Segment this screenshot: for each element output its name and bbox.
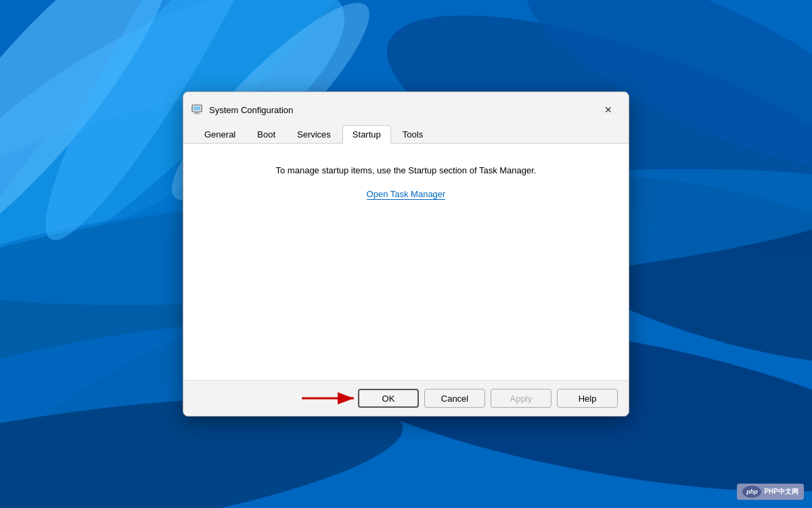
- tab-general[interactable]: General: [194, 125, 246, 144]
- dialog-overlay: System Configuration ✕ General Boot Serv…: [0, 0, 812, 508]
- close-button[interactable]: ✕: [599, 100, 618, 119]
- ok-button[interactable]: OK: [358, 389, 419, 408]
- dialog-title: System Configuration: [209, 105, 293, 115]
- startup-message: To manage startup items, use the Startup…: [276, 165, 537, 175]
- title-bar: System Configuration ✕: [183, 92, 629, 119]
- content-area: To manage startup items, use the Startup…: [183, 144, 629, 380]
- tab-startup[interactable]: Startup: [342, 125, 391, 144]
- tab-tools[interactable]: Tools: [392, 125, 433, 144]
- php-logo: php: [742, 486, 761, 498]
- open-task-manager-link[interactable]: Open Task Manager: [367, 189, 446, 200]
- arrow-annotation: [298, 388, 359, 408]
- system-config-icon: [191, 104, 204, 116]
- apply-button[interactable]: Apply: [491, 389, 551, 408]
- tab-services[interactable]: Services: [287, 125, 341, 144]
- help-button[interactable]: Help: [557, 389, 618, 408]
- dialog-footer: OK Cancel Apply Help: [183, 380, 629, 416]
- tab-boot[interactable]: Boot: [247, 125, 286, 144]
- tab-bar: General Boot Services Startup Tools: [183, 119, 629, 144]
- cancel-button[interactable]: Cancel: [424, 389, 485, 408]
- php-badge: php PHP中文网: [737, 484, 804, 500]
- svg-rect-19: [194, 114, 200, 114]
- php-badge-text: PHP中文网: [764, 487, 798, 496]
- svg-rect-18: [195, 112, 199, 114]
- svg-rect-17: [194, 106, 200, 110]
- system-configuration-dialog: System Configuration ✕ General Boot Serv…: [183, 91, 629, 417]
- title-bar-left: System Configuration: [191, 104, 293, 116]
